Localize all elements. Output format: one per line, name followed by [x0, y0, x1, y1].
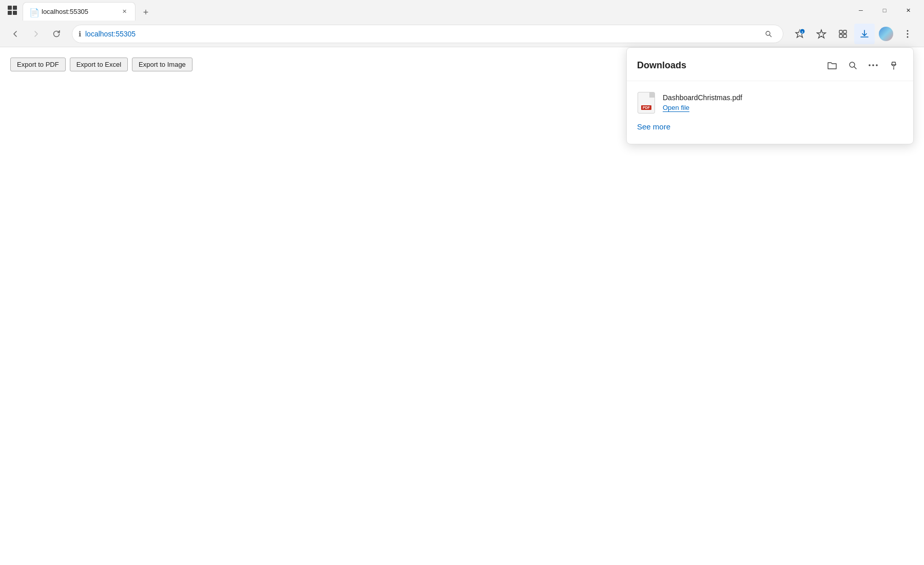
nav-right-buttons: + — [790, 24, 918, 44]
favorites-button[interactable] — [811, 24, 832, 44]
title-bar-controls: ─ □ ✕ — [849, 2, 920, 18]
close-button[interactable]: ✕ — [896, 2, 920, 18]
refresh-button[interactable] — [47, 25, 66, 43]
title-bar: 📄 localhost:55305 ✕ + ─ □ ✕ — [0, 0, 924, 21]
new-tab-button[interactable]: + — [138, 4, 154, 21]
svg-point-21 — [876, 64, 878, 66]
tab-bar: 📄 localhost:55305 ✕ + — [23, 0, 849, 21]
more-options-button[interactable] — [897, 24, 918, 44]
download-info: DashboardChristmas.pdf Open file — [663, 93, 903, 112]
see-more-link[interactable]: See more — [637, 122, 670, 131]
downloads-pin-button[interactable] — [884, 56, 903, 74]
svg-point-14 — [907, 30, 909, 31]
downloads-more-button[interactable] — [864, 56, 882, 74]
downloads-header-buttons — [823, 56, 903, 74]
svg-line-5 — [769, 35, 771, 36]
svg-rect-3 — [13, 11, 17, 15]
export-image-button[interactable]: Export to Image — [132, 58, 192, 71]
browser-icon — [4, 2, 21, 18]
downloads-button[interactable] — [854, 24, 875, 44]
see-more-section: See more — [637, 118, 903, 138]
page-content: Export to PDF Export to Excel Export to … — [0, 47, 924, 565]
tab-favicon: 📄 — [29, 8, 37, 16]
svg-point-16 — [907, 36, 909, 37]
nav-bar: ℹ localhost:55305 + — [0, 21, 924, 47]
back-button[interactable] — [6, 25, 25, 43]
svg-marker-9 — [817, 30, 826, 38]
forward-button[interactable] — [27, 25, 45, 43]
downloads-title: Downloads — [637, 60, 823, 71]
profile-button[interactable] — [876, 24, 896, 44]
downloads-content: PDF DashboardChristmas.pdf Open file See… — [627, 81, 913, 144]
svg-point-20 — [872, 64, 874, 66]
minimize-button[interactable]: ─ — [849, 2, 873, 18]
svg-rect-2 — [8, 11, 12, 15]
info-icon: ℹ — [79, 30, 81, 38]
svg-rect-1 — [13, 6, 17, 10]
maximize-button[interactable]: □ — [873, 2, 896, 18]
address-text: localhost:55305 — [85, 30, 756, 38]
export-excel-button[interactable]: Export to Excel — [70, 58, 128, 71]
export-pdf-button[interactable]: Export to PDF — [10, 58, 66, 71]
downloads-panel: Downloads — [626, 47, 914, 144]
svg-point-15 — [907, 33, 909, 34]
tab-title: localhost:55305 — [42, 8, 116, 15]
download-item: PDF DashboardChristmas.pdf Open file — [637, 87, 903, 118]
tab-close-button[interactable]: ✕ — [120, 7, 129, 16]
svg-rect-11 — [843, 30, 846, 33]
svg-rect-10 — [839, 30, 842, 33]
open-file-link[interactable]: Open file — [663, 104, 689, 112]
downloads-search-button[interactable] — [843, 56, 862, 74]
browser-window: 📄 localhost:55305 ✕ + ─ □ ✕ ℹ localhost:… — [0, 0, 924, 565]
svg-rect-12 — [839, 34, 842, 37]
collections-button[interactable] — [833, 24, 853, 44]
open-downloads-folder-button[interactable] — [823, 56, 841, 74]
svg-text:+: + — [801, 30, 803, 33]
address-bar[interactable]: ℹ localhost:55305 — [72, 25, 783, 43]
download-filename: DashboardChristmas.pdf — [663, 93, 903, 102]
svg-point-17 — [850, 62, 855, 67]
svg-rect-0 — [8, 6, 12, 10]
svg-rect-13 — [843, 34, 846, 37]
pdf-file-icon: PDF — [637, 91, 656, 114]
profile-avatar — [879, 27, 893, 41]
downloads-header: Downloads — [627, 48, 913, 81]
address-search-icon[interactable] — [760, 26, 777, 42]
svg-line-18 — [854, 67, 856, 69]
svg-point-19 — [869, 64, 871, 66]
active-tab[interactable]: 📄 localhost:55305 ✕ — [23, 2, 136, 21]
favorites-star-button[interactable]: + — [790, 24, 810, 44]
